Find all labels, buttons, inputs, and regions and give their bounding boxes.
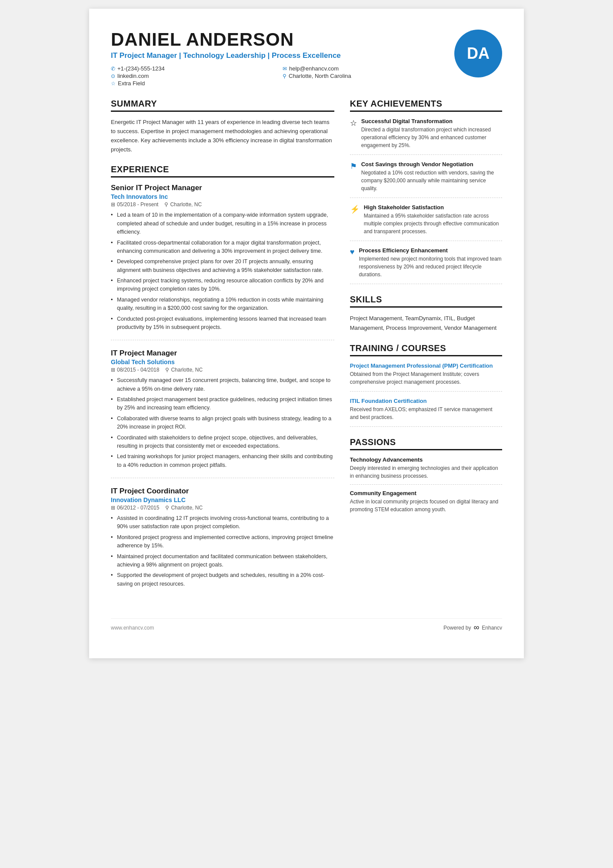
bullet-1-1: Led a team of 10 in the implementation o… xyxy=(111,211,334,236)
extra-contact: ☆ Extra Field xyxy=(111,80,274,87)
training-section-title: TRAINING / COURSES xyxy=(350,343,502,356)
map-icon-1: ⚲ xyxy=(164,201,168,208)
job-meta-2: ⊞ 08/2015 - 04/2018 ⚲ Charlotte, NC xyxy=(111,367,334,373)
passion-item-1: Technology Advancements Deeply intereste… xyxy=(350,456,502,485)
job-meta-3: ⊞ 06/2012 - 07/2015 ⚲ Charlotte, NC xyxy=(111,505,334,511)
calendar-icon-2: ⊞ xyxy=(111,367,115,373)
achievement-2: ⚑ Cost Savings through Vendor Negotiatio… xyxy=(350,161,502,198)
summary-section-title: SUMMARY xyxy=(111,99,334,112)
profession-title: IT Project Manager | Technology Leadersh… xyxy=(111,51,446,60)
achievements-section-title: KEY ACHIEVEMENTS xyxy=(350,99,502,112)
job-meta-1: ⊞ 05/2018 - Present ⚲ Charlotte, NC xyxy=(111,201,334,208)
job-title-1: Senior IT Project Manager xyxy=(111,184,334,192)
training-title-1: Project Management Professional (PMP) Ce… xyxy=(350,362,502,369)
phone-icon: ✆ xyxy=(111,66,115,72)
email-contact: ✉ help@enhancv.com xyxy=(283,65,446,72)
location-contact: ⚲ Charlotte, North Carolina xyxy=(283,73,446,79)
phone-contact: ✆ +1-(234)-555-1234 xyxy=(111,65,274,72)
bullet-1-5: Managed vendor relationships, negotiatin… xyxy=(111,296,334,313)
bullet-2-2: Established project management best prac… xyxy=(111,395,334,412)
email-icon: ✉ xyxy=(283,66,287,72)
job-bullets-3: Assisted in coordinating 12 IT projects … xyxy=(111,514,334,588)
achievement-title-2: Cost Savings through Vendor Negotiation xyxy=(361,161,502,168)
passion-title-2: Community Engagement xyxy=(350,490,502,496)
training-item-1: Project Management Professional (PMP) Ce… xyxy=(350,362,502,392)
bullet-1-2: Facilitated cross-departmental collabora… xyxy=(111,239,334,256)
achievement-icon-3: ⚡ xyxy=(350,204,360,235)
summary-text: Energetic IT Project Manager with 11 yea… xyxy=(111,118,334,154)
extra-value: Extra Field xyxy=(118,80,145,87)
bullet-3-3: Maintained project documentation and fac… xyxy=(111,553,334,570)
email-value: help@enhancv.com xyxy=(289,65,339,72)
job-title-2: IT Project Manager xyxy=(111,349,334,358)
header-left: DANIEL ANDERSON IT Project Manager | Tec… xyxy=(111,30,446,87)
experience-section-title: EXPERIENCE xyxy=(111,164,334,178)
calendar-icon-1: ⊞ xyxy=(111,201,115,208)
phone-value: +1-(234)-555-1234 xyxy=(117,65,165,72)
brand-logo-icon: ∞ xyxy=(473,623,479,632)
achievement-icon-4: ♥ xyxy=(350,248,355,278)
bullet-2-5: Led training workshops for junior projec… xyxy=(111,452,334,469)
job-location-1: ⚲ Charlotte, NC xyxy=(164,201,202,208)
resume-page: DANIEL ANDERSON IT Project Manager | Tec… xyxy=(89,9,524,658)
job-date-1: ⊞ 05/2018 - Present xyxy=(111,201,158,208)
right-column: KEY ACHIEVEMENTS ☆ Successful Digital Tr… xyxy=(350,99,502,605)
job-date-3: ⊞ 06/2012 - 07/2015 xyxy=(111,505,159,511)
bullet-2-3: Collaborated with diverse teams to align… xyxy=(111,415,334,432)
brand-name: Enhancv xyxy=(482,625,502,631)
training-desc-1: Obtained from the Project Management Ins… xyxy=(350,370,502,386)
passions-section-title: PASSIONS xyxy=(350,437,502,450)
training-desc-2: Received from AXELOS; emphasized IT serv… xyxy=(350,406,502,421)
job-block-2: IT Project Manager Global Tech Solutions… xyxy=(111,349,334,478)
footer-brand: Powered by ∞ Enhancv xyxy=(443,623,502,632)
location-icon: ⚲ xyxy=(283,73,287,79)
bullet-1-3: Developed comprehensive project plans fo… xyxy=(111,258,334,275)
linkedin-contact: ⊙ linkedin.com xyxy=(111,73,274,79)
job-location-2: ⚲ Charlotte, NC xyxy=(165,367,203,373)
achievement-3: ⚡ High Stakeholder Satisfaction Maintain… xyxy=(350,204,502,241)
bullet-1-4: Enhanced project tracking systems, reduc… xyxy=(111,277,334,294)
achievement-desc-1: Directed a digital transformation projec… xyxy=(361,126,502,149)
job-date-2: ⊞ 08/2015 - 04/2018 xyxy=(111,367,159,373)
achievement-desc-4: Implemented new project monitoring tools… xyxy=(359,255,502,278)
achievement-icon-2: ⚑ xyxy=(350,161,357,192)
location-value: Charlotte, North Carolina xyxy=(289,73,351,79)
achievement-1: ☆ Successful Digital Transformation Dire… xyxy=(350,118,502,155)
main-content: SUMMARY Energetic IT Project Manager wit… xyxy=(111,99,502,605)
passion-desc-2: Active in local community projects focus… xyxy=(350,498,502,513)
job-company-1: Tech Innovators Inc xyxy=(111,193,334,200)
contact-grid: ✆ +1-(234)-555-1234 ✉ help@enhancv.com ⊙… xyxy=(111,65,446,87)
bullet-2-4: Coordinated with stakeholders to define … xyxy=(111,434,334,451)
job-company-2: Global Tech Solutions xyxy=(111,359,334,365)
job-block-3: IT Project Coordinator Innovation Dynami… xyxy=(111,487,334,597)
powered-by-label: Powered by xyxy=(443,625,471,631)
calendar-icon-3: ⊞ xyxy=(111,505,115,511)
passion-item-2: Community Engagement Active in local com… xyxy=(350,490,502,518)
job-block-1: Senior IT Project Manager Tech Innovator… xyxy=(111,184,334,340)
achievement-icon-1: ☆ xyxy=(350,118,357,149)
linkedin-icon: ⊙ xyxy=(111,73,115,79)
job-bullets-2: Successfully managed over 15 concurrent … xyxy=(111,376,334,469)
bullet-2-1: Successfully managed over 15 concurrent … xyxy=(111,376,334,393)
linkedin-value: linkedin.com xyxy=(117,73,149,79)
bullet-3-1: Assisted in coordinating 12 IT projects … xyxy=(111,514,334,531)
left-column: SUMMARY Energetic IT Project Manager wit… xyxy=(111,99,334,605)
training-item-2: ITIL Foundation Certification Received f… xyxy=(350,398,502,427)
achievement-4: ♥ Process Efficiency Enhancement Impleme… xyxy=(350,247,502,284)
job-bullets-1: Led a team of 10 in the implementation o… xyxy=(111,211,334,332)
job-location-3: ⚲ Charlotte, NC xyxy=(165,505,203,511)
avatar: DA xyxy=(454,30,502,77)
achievement-desc-3: Maintained a 95% stakeholder satisfactio… xyxy=(364,212,502,235)
bullet-1-6: Conducted post-project evaluations, impl… xyxy=(111,315,334,332)
achievement-title-4: Process Efficiency Enhancement xyxy=(359,247,502,254)
bullet-3-4: Supported the development of project bud… xyxy=(111,571,334,588)
achievement-content-4: Process Efficiency Enhancement Implement… xyxy=(359,247,502,278)
training-title-2: ITIL Foundation Certification xyxy=(350,398,502,404)
achievement-content-1: Successful Digital Transformation Direct… xyxy=(361,118,502,149)
skills-section-title: SKILLS xyxy=(350,295,502,308)
bullet-3-2: Monitored project progress and implement… xyxy=(111,533,334,550)
candidate-name: DANIEL ANDERSON xyxy=(111,30,446,50)
extra-icon: ☆ xyxy=(111,80,116,87)
passion-title-1: Technology Advancements xyxy=(350,456,502,463)
skills-text: Project Management, TeamDynamix, ITIL, B… xyxy=(350,314,502,333)
